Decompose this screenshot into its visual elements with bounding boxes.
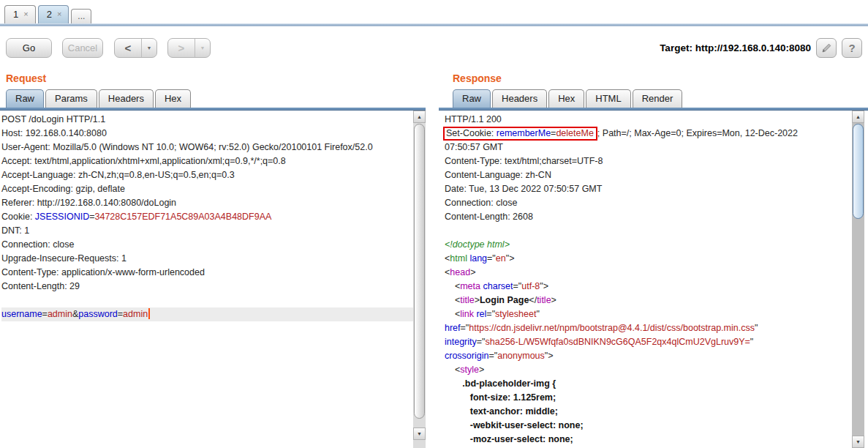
code-line: Set-Cookie: rememberMe=deleteMe; Path=/;… bbox=[445, 127, 852, 141]
close-tab-icon[interactable]: × bbox=[57, 10, 61, 18]
code-segment: href bbox=[445, 323, 461, 333]
back-icon[interactable]: < bbox=[115, 39, 141, 57]
help-button[interactable]: ? bbox=[842, 38, 862, 58]
code-segment: crossorigin bbox=[445, 351, 488, 361]
code-segment: "> bbox=[545, 351, 554, 361]
code-segment: < bbox=[445, 281, 460, 291]
code-segment: Referer: http://192.168.0.140:8080/doLog… bbox=[1, 198, 176, 208]
code-segment: head bbox=[450, 267, 470, 277]
code-line: Referer: http://192.168.0.140:8080/doLog… bbox=[1, 196, 413, 210]
request-raw-text[interactable]: POST /doLogin HTTP/1.1Host: 192.168.0.14… bbox=[0, 111, 413, 448]
response-tab-hex[interactable]: Hex bbox=[548, 89, 584, 108]
request-tab-raw[interactable]: Raw bbox=[6, 89, 44, 108]
code-segment: HTTP/1.1 200 bbox=[445, 114, 502, 124]
scroll-up-icon[interactable]: ▲ bbox=[413, 111, 426, 123]
session-tab-...[interactable]: ... bbox=[71, 9, 91, 23]
code-segment: " bbox=[536, 309, 539, 319]
code-line bbox=[445, 224, 852, 238]
code-segment: title bbox=[537, 295, 551, 305]
code-segment: Connection: close bbox=[445, 198, 517, 208]
scrollbar-stub bbox=[413, 440, 426, 448]
code-segment: style bbox=[460, 365, 479, 375]
request-scroll-track[interactable] bbox=[413, 123, 426, 428]
code-segment: Login Page bbox=[480, 295, 529, 305]
session-tab-1[interactable]: 1× bbox=[4, 5, 36, 23]
code-segment: -moz-user-select: none; bbox=[445, 434, 573, 444]
response-scroll-thumb[interactable] bbox=[853, 124, 864, 219]
scroll-down-icon[interactable]: ▼ bbox=[852, 436, 864, 448]
request-tab-headers[interactable]: Headers bbox=[99, 89, 154, 108]
request-tab-params[interactable]: Params bbox=[45, 89, 97, 108]
code-segment: Content-Length: 2608 bbox=[445, 212, 533, 222]
response-scroll-track[interactable] bbox=[852, 123, 864, 436]
code-line: <title>Login Page</title> bbox=[445, 294, 852, 307]
code-segment: .bd-placeholder-img { bbox=[445, 378, 556, 389]
scroll-up-icon[interactable]: ▲ bbox=[852, 111, 864, 123]
code-segment: "> bbox=[506, 253, 515, 264]
code-segment: title bbox=[460, 295, 474, 305]
back-dropdown-icon[interactable]: ▼ bbox=[141, 39, 156, 57]
code-line: Accept: text/html,application/xhtml+xml,… bbox=[1, 154, 413, 168]
code-segment: <!doctype html> bbox=[445, 239, 510, 250]
back-split-button[interactable]: < ▼ bbox=[114, 38, 157, 58]
code-segment: username bbox=[1, 309, 42, 319]
response-tab-html[interactable]: HTML bbox=[586, 89, 630, 108]
request-tab-hex[interactable]: Hex bbox=[155, 89, 191, 108]
forward-icon[interactable]: > bbox=[168, 39, 195, 57]
forward-split-button[interactable]: > ▼ bbox=[167, 38, 211, 58]
go-button[interactable]: Go bbox=[6, 38, 52, 58]
code-segment: stylesheet bbox=[495, 309, 536, 319]
code-segment: Accept: text/html,application/xhtml+xml,… bbox=[1, 156, 286, 166]
close-tab-icon[interactable]: × bbox=[23, 10, 28, 18]
code-line: <style> bbox=[445, 363, 852, 377]
cancel-button[interactable]: Cancel bbox=[62, 38, 103, 58]
session-tab-2[interactable]: 2× bbox=[38, 5, 69, 23]
code-line: Connection: close bbox=[445, 196, 852, 210]
code-segment: -webkit-user-select: none; bbox=[445, 420, 584, 430]
code-segment: </ bbox=[529, 295, 537, 305]
code-segment: "> bbox=[540, 281, 548, 291]
response-scrollbar[interactable]: ▲ ▼ bbox=[852, 111, 864, 448]
code-segment: Content-Type: text/html;charset=UTF-8 bbox=[445, 156, 603, 166]
request-scrollbar[interactable]: ▲ ▼ bbox=[413, 111, 426, 448]
code-segment: sha256-L/W5Wfqfa0sdBNIKN9cG6QA5F2qx4qlCm… bbox=[486, 337, 750, 347]
code-segment: Connection: close bbox=[1, 239, 74, 250]
code-segment: Host: 192.168.0.140:8080 bbox=[1, 128, 107, 138]
response-panel: Response RawHeadersHexHTMLRender HTTP/1.… bbox=[439, 66, 868, 448]
code-line: <head> bbox=[445, 266, 852, 280]
repeater-window: 1×2×... Go Cancel < ▼ > ▼ Target: http:/… bbox=[0, 0, 868, 448]
code-line: <link rel="stylesheet" bbox=[445, 307, 852, 321]
forward-dropdown-icon[interactable]: ▼ bbox=[195, 39, 210, 57]
code-line: crossorigin="anonymous"> bbox=[445, 349, 852, 363]
scroll-down-icon[interactable]: ▼ bbox=[413, 428, 426, 440]
session-tab-label: 1 bbox=[13, 9, 18, 20]
code-segment: password bbox=[78, 309, 118, 319]
request-scroll-thumb[interactable] bbox=[414, 124, 425, 419]
code-line: Content-Length: 2608 bbox=[445, 210, 852, 224]
code-segment: link bbox=[460, 309, 474, 319]
code-segment: = bbox=[89, 212, 94, 222]
response-tab-raw[interactable]: Raw bbox=[453, 89, 491, 108]
response-tab-render[interactable]: Render bbox=[633, 89, 683, 108]
code-segment: =" bbox=[486, 309, 495, 319]
code-line: <meta charset="utf-8"> bbox=[445, 280, 852, 294]
code-segment: Accept-Encoding: gzip, deflate bbox=[1, 184, 125, 194]
edit-target-button[interactable] bbox=[816, 38, 837, 58]
code-line: 07:50:57 GMT bbox=[445, 141, 852, 154]
code-line: Content-Length: 29 bbox=[1, 280, 413, 294]
code-segment: =" bbox=[477, 337, 486, 347]
request-panel: Request RawParamsHeadersHex POST /doLogi… bbox=[0, 66, 426, 448]
code-line: Cookie: JSESSIONID=34728C157EDF71A5C89A0… bbox=[1, 210, 413, 224]
code-segment: utf-8 bbox=[521, 281, 540, 291]
code-line: Content-Type: application/x-www-form-url… bbox=[1, 266, 413, 280]
code-segment: admin bbox=[123, 309, 148, 319]
red-highlight-box: Set-Cookie: rememberMe=deleteMe bbox=[443, 127, 597, 141]
code-segment: > bbox=[551, 295, 556, 305]
code-segment: " bbox=[750, 337, 753, 347]
response-tab-headers[interactable]: Headers bbox=[492, 89, 547, 108]
session-tab-label: ... bbox=[78, 11, 85, 21]
code-segment: en bbox=[496, 253, 506, 264]
panels: Request RawParamsHeadersHex POST /doLogi… bbox=[0, 66, 868, 448]
code-line: -moz-user-select: none; bbox=[445, 433, 852, 447]
code-segment: lang bbox=[469, 253, 487, 264]
